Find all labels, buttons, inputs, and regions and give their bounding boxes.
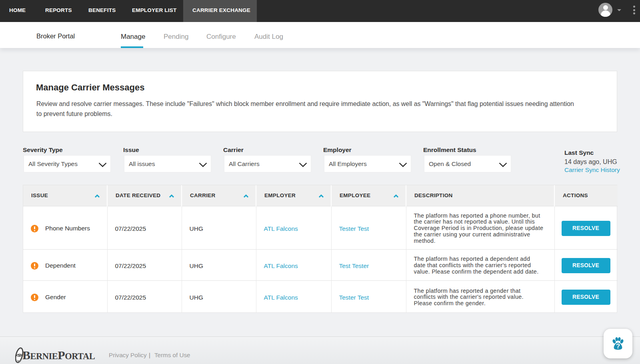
svg-text:?: ? — [616, 342, 620, 350]
svg-text:BERNIEPORTAL: BERNIEPORTAL — [22, 348, 95, 362]
